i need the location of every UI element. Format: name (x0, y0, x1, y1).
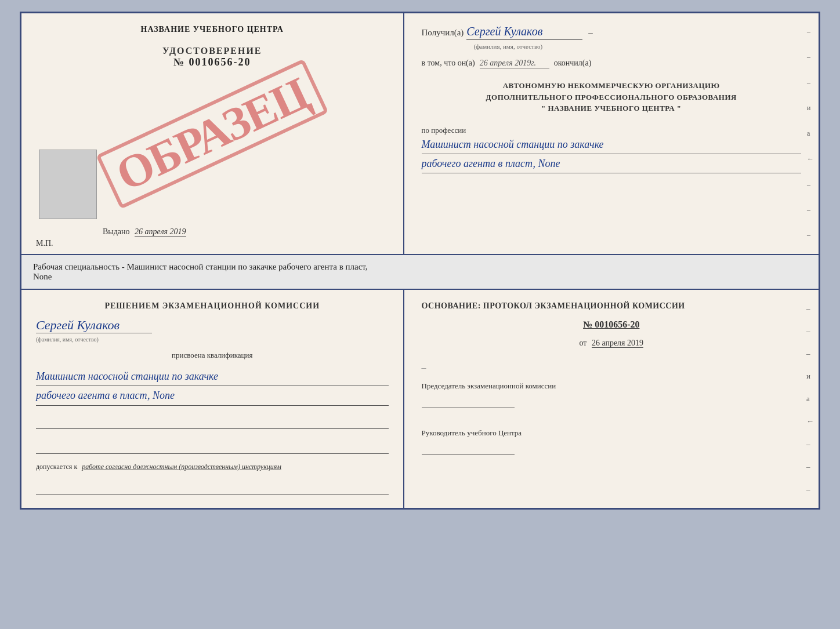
dash8: – (807, 206, 814, 214)
middle-text-block: Рабочая специальность - Машинист насосно… (20, 255, 820, 289)
recipient-line: Получил(а) Сергей Кулаков – (422, 25, 801, 40)
cert-title: УДОСТОВЕРЕНИЕ (162, 46, 262, 56)
admission-text: допускается к работе согласно должностны… (36, 463, 389, 471)
spacer: – (422, 362, 801, 373)
middle-text-content: Рабочая специальность - Машинист насосно… (33, 262, 368, 271)
profession-section: по профессии Машинист насосной станции п… (422, 126, 801, 174)
dash2: – (807, 53, 814, 61)
top-left-panel: НАЗВАНИЕ УЧЕБНОГО ЦЕНТРА УДОСТОВЕРЕНИЕ №… (21, 13, 404, 254)
underline2 (36, 439, 389, 454)
profession-line2: рабочего агента в пласт, None (422, 154, 801, 173)
admission-italic: работе согласно должностным (производств… (82, 463, 281, 471)
org-block: АВТОНОМНУЮ НЕКОММЕРЧЕСКУЮ ОРГАНИЗАЦИЮ ДО… (422, 80, 801, 114)
obrazets-stamp: ОБРАЗЕЦ (96, 59, 328, 209)
underline1 (36, 415, 389, 429)
decision-title: Решением экзаменационной комиссии (36, 301, 389, 311)
dash9: – (807, 231, 814, 239)
protocol-date-line: от 26 апреля 2019 (422, 339, 801, 348)
top-document: НАЗВАНИЕ УЧЕБНОГО ЦЕНТРА УДОСТОВЕРЕНИЕ №… (20, 12, 820, 255)
bdash2: – (806, 326, 814, 336)
protocol-date-prefix: от (579, 339, 586, 347)
bottom-profession-line2: рабочего агента в пласт, None (36, 386, 389, 405)
date-prefix: в том, что он(а) (422, 59, 475, 68)
org-line3: " НАЗВАНИЕ УЧЕБНОГО ЦЕНТРА " (422, 103, 801, 114)
bdash1: – (806, 304, 814, 313)
cert-number: № 0010656-20 (173, 56, 251, 68)
recipient-name: Сергей Кулаков (466, 25, 582, 40)
underline3 (36, 480, 389, 495)
director-block: Руководитель учебного Центра (422, 428, 801, 455)
qualification-label: присвоена квалификация (36, 351, 389, 360)
dash1: – (807, 27, 814, 36)
admission-prefix: допускается к (36, 463, 77, 471)
director-sig-line (422, 441, 515, 455)
person-name-block: Сергей Кулаков (фамилия, имя, отчество) (36, 318, 389, 344)
dash6: ← (807, 155, 814, 163)
issued-line: Выдано 26 апреля 2019 (103, 227, 186, 237)
issued-label: Выдано (103, 227, 130, 236)
chairman-title: Председатель экзаменационной комиссии (422, 381, 801, 391)
date-suffix: окончил(а) (554, 59, 592, 68)
bdash4: и (806, 372, 814, 381)
director-title: Руководитель учебного Центра (422, 428, 801, 438)
person-sublabel: (фамилия, имя, отчество) (36, 336, 99, 343)
top-right-panel: Получил(а) Сергей Кулаков – (фамилия, им… (404, 13, 819, 254)
completion-date: 26 апреля 2019г. (480, 59, 549, 68)
date-line: в том, что он(а) 26 апреля 2019г. окончи… (422, 59, 801, 68)
issued-date: 26 апреля 2019 (135, 227, 186, 237)
profession-line1: Машинист насосной станции по закачке (422, 135, 801, 154)
basis-title: Основание: протокол экзаменационной коми… (422, 301, 801, 311)
recipient-sublabel: (фамилия, имя, отчество) (474, 43, 801, 50)
profession-label: по профессии (422, 126, 801, 135)
protocol-date: 26 апреля 2019 (592, 339, 643, 348)
bdash3: – (806, 349, 814, 358)
mp-label: М.П. (36, 239, 53, 248)
protocol-number: № 0010656-20 (422, 319, 801, 330)
dash-line: – (422, 362, 801, 373)
chairman-sig-line (422, 394, 515, 408)
dash3: – (807, 78, 814, 87)
bdash5: а (806, 394, 814, 403)
bdash7: – (806, 439, 814, 449)
photo-placeholder (39, 150, 97, 219)
chairman-block: Председатель экзаменационной комиссии (422, 381, 801, 408)
org-line1: АВТОНОМНУЮ НЕКОММЕРЧЕСКУЮ ОРГАНИЗАЦИЮ (422, 80, 801, 92)
bottom-profession-line1: Машинист насосной станции по закачке (36, 367, 389, 386)
bottom-left-panel: Решением экзаменационной комиссии Сергей… (21, 290, 404, 508)
cert-title-block: УДОСТОВЕРЕНИЕ № 0010656-20 (162, 46, 262, 68)
document-container: НАЗВАНИЕ УЧЕБНОГО ЦЕНТРА УДОСТОВЕРЕНИЕ №… (20, 12, 820, 510)
bdash6: ← (806, 417, 814, 426)
bdash9: – (806, 485, 814, 494)
bottom-right-panel: Основание: протокол экзаменационной коми… (404, 290, 819, 508)
right-dashes-bottom: – – – и а ← – – – (806, 290, 814, 508)
bottom-profession-block: Машинист насосной станции по закачке раб… (36, 367, 389, 406)
bottom-document: Решением экзаменационной комиссии Сергей… (20, 289, 820, 510)
dash4: и (807, 104, 814, 112)
dash5: а (807, 129, 814, 138)
recipient-prefix: Получил(а) (422, 28, 464, 38)
middle-text-line2: None (33, 272, 52, 281)
org-line2: ДОПОЛНИТЕЛЬНОГО ПРОФЕССИОНАЛЬНОГО ОБРАЗО… (422, 92, 801, 103)
right-dashes: – – – и а ← – – – (807, 13, 814, 254)
person-name: Сергей Кулаков (36, 318, 152, 333)
dash7: – (807, 180, 814, 189)
school-title-top: НАЗВАНИЕ УЧЕБНОГО ЦЕНТРА (141, 25, 284, 34)
bdash8: – (806, 462, 814, 471)
